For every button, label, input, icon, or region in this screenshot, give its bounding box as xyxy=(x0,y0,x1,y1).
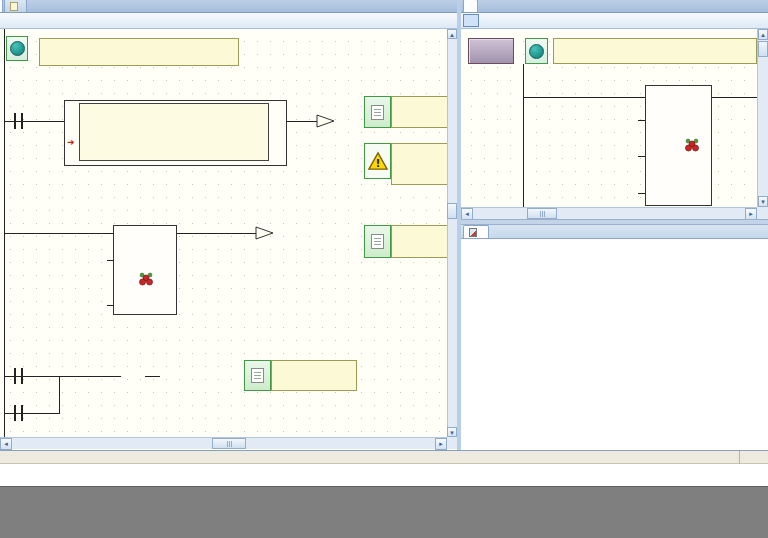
contact-din1[interactable] xyxy=(14,113,23,129)
scroll-thumb[interactable] xyxy=(758,41,768,57)
left-hscrollbar[interactable]: ◂ ▸ xyxy=(0,437,447,449)
left-tabbar xyxy=(0,0,457,13)
network-id[interactable] xyxy=(468,38,514,64)
note-text[interactable] xyxy=(271,360,357,391)
note-block[interactable] xyxy=(244,360,271,391)
right-vscrollbar[interactable]: ▴ ▾ xyxy=(757,29,768,207)
note-block[interactable] xyxy=(364,225,391,258)
branch-wire xyxy=(59,376,60,414)
wire xyxy=(145,376,160,377)
script-block[interactable]: ➜ xyxy=(64,100,287,166)
output-header xyxy=(0,451,768,464)
file-icon xyxy=(10,2,18,11)
exec-arrow-icon: ➜ xyxy=(67,138,75,147)
contact-din6[interactable] xyxy=(14,405,23,421)
note-text[interactable] xyxy=(391,225,447,258)
scroll-corner xyxy=(757,207,768,219)
scroll-right-icon[interactable]: ▸ xyxy=(435,438,447,450)
info-icon xyxy=(10,41,25,56)
editor-pane-right: ▴ ▾ ◂ ▸ xyxy=(461,0,768,450)
ladder-canvas-right[interactable] xyxy=(461,29,757,207)
tab-info-txt[interactable] xyxy=(4,0,27,12)
wire xyxy=(638,193,645,194)
warning-text[interactable] xyxy=(391,143,447,185)
cherries-icon xyxy=(138,272,154,286)
left-vscrollbar[interactable]: ▴ ▾ xyxy=(447,29,457,437)
desktop-background xyxy=(0,486,768,538)
wire xyxy=(107,260,113,261)
mb-load-reg-block[interactable] xyxy=(113,225,177,315)
contact-din3[interactable] xyxy=(14,368,23,384)
svg-text:!: ! xyxy=(375,157,380,170)
warning-block[interactable]: ! xyxy=(364,143,391,179)
info-block[interactable] xyxy=(6,36,28,61)
end-coil[interactable] xyxy=(255,225,275,241)
scroll-thumb[interactable] xyxy=(447,203,457,219)
output-panel xyxy=(0,450,768,486)
scroll-down-icon[interactable]: ▾ xyxy=(447,427,457,437)
ladder-canvas-left[interactable]: ➜ ! xyxy=(0,29,447,437)
code-tabbar xyxy=(461,225,768,239)
right-tabbar xyxy=(461,0,768,13)
script-code xyxy=(79,103,269,161)
wire xyxy=(5,233,113,234)
scroll-down-icon[interactable]: ▾ xyxy=(758,196,768,207)
wire xyxy=(287,121,317,122)
network-comment[interactable] xyxy=(39,38,239,66)
scroll-up-icon[interactable]: ▴ xyxy=(758,29,768,40)
note-text[interactable] xyxy=(391,96,447,128)
info-icon xyxy=(529,44,544,59)
wire xyxy=(177,233,256,234)
select-cursor-icon[interactable] xyxy=(463,14,479,27)
right-ladder-toolbar xyxy=(461,13,768,29)
warning-icon: ! xyxy=(367,151,389,171)
app-window: ➜ ! xyxy=(0,0,768,538)
tab-inicio-sld[interactable] xyxy=(463,0,478,12)
scroll-up-icon[interactable]: ▴ xyxy=(447,29,457,39)
left-ladder-toolbar xyxy=(0,13,457,29)
scroll-thumb[interactable] xyxy=(527,208,557,219)
wire xyxy=(638,156,645,157)
note-block[interactable] xyxy=(364,96,391,128)
mb-init-block[interactable] xyxy=(645,85,712,206)
scroll-left-icon[interactable]: ◂ xyxy=(0,438,12,450)
info-block[interactable] xyxy=(525,38,548,64)
wire xyxy=(712,97,757,98)
script-icon xyxy=(469,228,477,237)
column-divider xyxy=(739,451,740,464)
document-icon xyxy=(371,105,384,120)
network-comment[interactable] xyxy=(553,38,757,64)
cherries-icon xyxy=(684,138,700,152)
end-coil[interactable] xyxy=(316,113,336,129)
document-icon xyxy=(251,368,264,383)
power-rail xyxy=(523,64,524,207)
scroll-corner xyxy=(447,437,457,449)
editor-pane-left: ➜ ! xyxy=(0,0,457,450)
tab-l-sld[interactable] xyxy=(0,0,3,12)
wire xyxy=(638,120,645,121)
tab-add-p[interactable] xyxy=(463,225,489,238)
wire xyxy=(523,97,645,98)
wire xyxy=(107,305,113,306)
scroll-thumb[interactable] xyxy=(212,438,246,449)
code-editor[interactable] xyxy=(461,239,768,450)
right-hscrollbar[interactable]: ◂ ▸ xyxy=(461,207,757,219)
document-icon xyxy=(371,234,384,249)
